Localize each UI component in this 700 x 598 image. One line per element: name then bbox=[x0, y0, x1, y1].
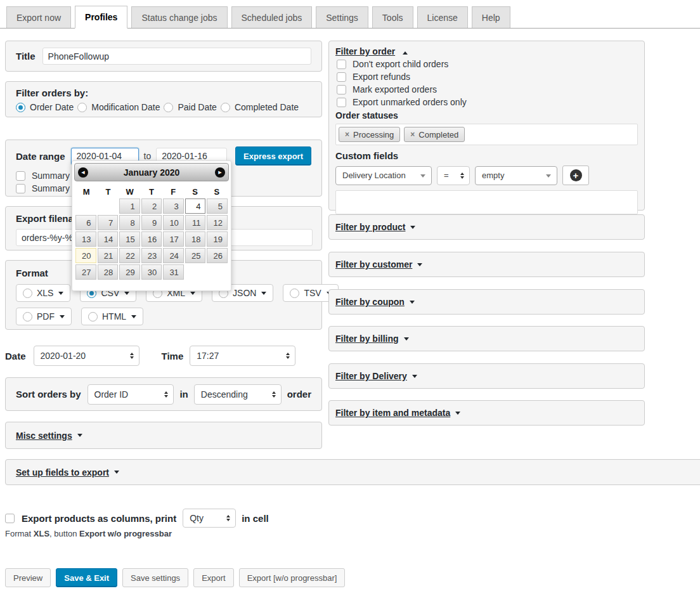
calendar-day[interactable]: 9 bbox=[141, 215, 162, 230]
calendar-day[interactable]: 22 bbox=[119, 248, 140, 263]
custom-field-name-value: Delivery Location bbox=[342, 171, 406, 180]
export-products-checkbox[interactable] bbox=[5, 514, 15, 523]
calendar-day[interactable]: 23 bbox=[141, 248, 162, 263]
export-refunds-checkbox[interactable] bbox=[337, 72, 346, 82]
date-select-value: 2020-01-20 bbox=[41, 351, 86, 361]
calendar-day[interactable]: 17 bbox=[163, 231, 184, 247]
format-option-html[interactable]: HTML bbox=[81, 308, 143, 325]
prev-month-button[interactable]: ◀ bbox=[78, 167, 88, 178]
tab-settings[interactable]: Settings bbox=[316, 6, 368, 28]
order-date-radio[interactable] bbox=[16, 103, 25, 112]
calendar-day[interactable]: 16 bbox=[141, 231, 162, 247]
xml-dropdown-icon[interactable] bbox=[190, 292, 195, 295]
xls-dropdown-icon[interactable] bbox=[58, 292, 63, 295]
calendar-day[interactable]: 2 bbox=[141, 198, 162, 214]
tab-help[interactable]: Help bbox=[472, 6, 510, 28]
calendar-day[interactable]: 6 bbox=[75, 215, 96, 230]
next-month-button[interactable]: ▶ bbox=[215, 167, 225, 178]
mark-exported-orders-checkbox[interactable] bbox=[337, 85, 346, 94]
tab-tools[interactable]: Tools bbox=[372, 6, 413, 28]
modification-date-radio[interactable] bbox=[77, 103, 87, 112]
custom-field-value-select[interactable]: empty bbox=[475, 166, 557, 185]
calendar-day[interactable]: 14 bbox=[98, 231, 119, 247]
filter-by-item-metadata-link[interactable]: Filter by item and metadata bbox=[335, 408, 450, 418]
completed-date-radio[interactable] bbox=[221, 103, 230, 112]
filter-by-billing-link[interactable]: Filter by billing bbox=[335, 334, 399, 344]
calendar-day[interactable]: 7 bbox=[98, 215, 119, 230]
calendar-day[interactable]: 18 bbox=[185, 231, 206, 247]
calendar-day[interactable]: 13 bbox=[75, 231, 96, 247]
calendar-day[interactable]: 1 bbox=[119, 198, 140, 214]
filter-by-coupon-link[interactable]: Filter by coupon bbox=[335, 297, 405, 307]
calendar-day[interactable]: 3 bbox=[163, 198, 184, 214]
remove-tag-icon[interactable]: × bbox=[345, 130, 349, 139]
calendar-day[interactable]: 21 bbox=[98, 248, 119, 263]
date-select[interactable]: 2020-01-20 bbox=[34, 346, 139, 366]
calendar-day[interactable]: 25 bbox=[185, 248, 206, 263]
calendar-day[interactable]: 8 bbox=[119, 215, 140, 230]
calendar-day[interactable]: 11 bbox=[185, 215, 206, 230]
calendar-day[interactable]: 15 bbox=[119, 231, 140, 247]
json-dropdown-icon[interactable] bbox=[261, 292, 266, 295]
tab-profiles[interactable]: Profiles bbox=[75, 6, 127, 29]
tab-export-now[interactable]: Export now bbox=[6, 6, 71, 28]
preview-button[interactable]: Preview bbox=[5, 568, 51, 587]
sort-direction-value: Descending bbox=[201, 389, 248, 400]
calendar-day[interactable]: 24 bbox=[163, 248, 184, 263]
day-name: S bbox=[206, 187, 228, 197]
export-button[interactable]: Export bbox=[193, 568, 234, 587]
calendar-day[interactable]: 5 bbox=[207, 198, 228, 214]
summary-checkbox-2[interactable] bbox=[16, 184, 25, 193]
pdf-dropdown-icon[interactable] bbox=[60, 315, 65, 318]
calendar-day-selected[interactable]: 4 bbox=[185, 198, 206, 214]
tab-license[interactable]: License bbox=[417, 6, 468, 28]
custom-field-operator-select[interactable]: = bbox=[437, 166, 470, 185]
filter-by-product-link[interactable]: Filter by product bbox=[335, 222, 405, 232]
html-dropdown-icon[interactable] bbox=[131, 315, 136, 318]
pdf-radio[interactable] bbox=[23, 312, 32, 322]
html-label: HTML bbox=[102, 311, 126, 322]
calendar-day[interactable]: 29 bbox=[119, 264, 140, 280]
calendar-day[interactable]: 12 bbox=[207, 215, 228, 230]
summary-checkbox-1[interactable] bbox=[16, 171, 25, 181]
filter-by-delivery-link[interactable]: Filter by Delivery bbox=[335, 371, 407, 381]
misc-settings-link[interactable]: Misc settings bbox=[16, 431, 72, 441]
calendar-day[interactable]: 27 bbox=[75, 264, 96, 280]
tsv-radio[interactable] bbox=[290, 289, 299, 298]
calendar-day[interactable]: 10 bbox=[163, 215, 184, 230]
sort-field-select[interactable]: Order ID bbox=[88, 384, 174, 405]
tab-scheduled-jobs[interactable]: Scheduled jobs bbox=[231, 6, 313, 28]
xls-radio[interactable] bbox=[23, 289, 32, 298]
order-statuses-select[interactable]: × Processing × Completed bbox=[335, 124, 638, 145]
calendar-day-today[interactable]: 20 bbox=[75, 248, 96, 263]
calendar-day[interactable]: 28 bbox=[98, 264, 119, 280]
save-exit-button[interactable]: Save & Exit bbox=[56, 568, 117, 587]
dont-export-child-orders-checkbox[interactable] bbox=[337, 60, 346, 69]
csv-dropdown-icon[interactable] bbox=[124, 292, 129, 295]
calendar-day[interactable]: 31 bbox=[163, 264, 184, 280]
calendar-day[interactable]: 30 bbox=[141, 264, 162, 280]
format-option-pdf[interactable]: PDF bbox=[16, 308, 72, 325]
export-unmarked-orders-checkbox[interactable] bbox=[337, 98, 346, 107]
setup-fields-link[interactable]: Set up fields to export bbox=[16, 467, 109, 478]
time-select[interactable]: 17:27 bbox=[190, 346, 295, 366]
sort-direction-select[interactable]: Descending bbox=[194, 384, 282, 405]
export-products-value-select[interactable]: Qty bbox=[183, 509, 236, 528]
calendar-day[interactable]: 19 bbox=[207, 231, 228, 247]
filter-by-customer-link[interactable]: Filter by customer bbox=[335, 259, 412, 270]
add-custom-field-button[interactable]: + bbox=[562, 166, 589, 185]
format-option-xls[interactable]: XLS bbox=[16, 284, 70, 302]
custom-field-name-select[interactable]: Delivery Location bbox=[335, 166, 432, 185]
remove-tag-icon[interactable]: × bbox=[410, 130, 415, 139]
tab-status-change-jobs[interactable]: Status change jobs bbox=[131, 6, 227, 28]
paid-date-radio[interactable] bbox=[164, 103, 173, 112]
export-wo-progressbar-button[interactable]: Export [w/o progressbar] bbox=[239, 568, 346, 587]
express-export-button[interactable]: Express export bbox=[235, 146, 311, 166]
sort-in-label: in bbox=[179, 389, 188, 400]
save-settings-button[interactable]: Save settings bbox=[122, 568, 188, 587]
custom-fields-label: Custom fields bbox=[335, 150, 638, 161]
calendar-day[interactable]: 26 bbox=[207, 248, 228, 263]
filter-by-order-link[interactable]: Filter by order bbox=[335, 46, 395, 56]
html-radio[interactable] bbox=[88, 312, 98, 322]
profile-title-input[interactable] bbox=[42, 48, 311, 65]
